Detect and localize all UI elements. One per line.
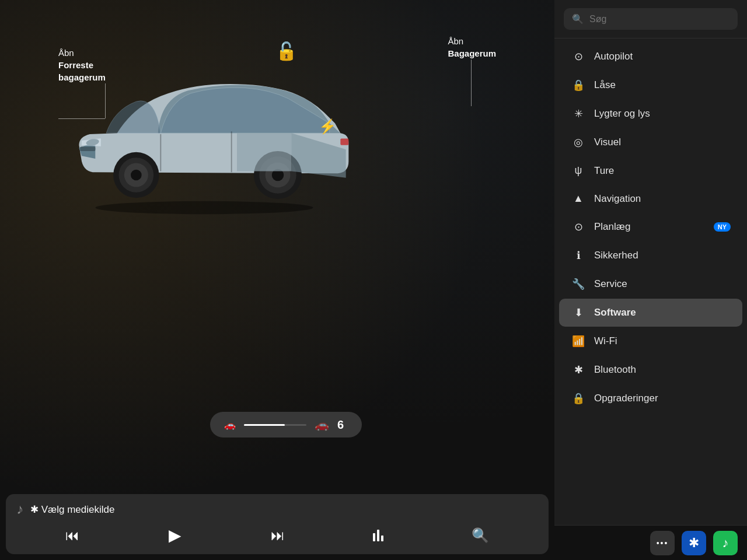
- search-icon: 🔍: [572, 13, 584, 24]
- media-controls: ⏮ ▶ ⏭ 🔍: [16, 523, 538, 547]
- lock-open-icon: 🔓: [275, 41, 297, 61]
- sidebar-item-sikkerhed[interactable]: ℹSikkerhed: [559, 242, 742, 270]
- service-icon: 🔧: [571, 278, 586, 290]
- svg-point-0: [95, 201, 313, 214]
- sidebar-item-label-bluetooth: Bluetooth: [594, 364, 731, 376]
- svg-point-4: [131, 170, 142, 181]
- sidebar-item-label-planlaeg: Planlæg: [594, 221, 702, 233]
- play-button[interactable]: ▶: [162, 523, 189, 547]
- search-input[interactable]: [589, 14, 729, 24]
- sidebar-item-service[interactable]: 🔧Service: [559, 270, 742, 298]
- badge-planlaeg: NY: [714, 222, 731, 232]
- search-media-button[interactable]: 🔍: [465, 525, 496, 546]
- sidebar-item-label-opgraderinger: Opgraderinger: [594, 393, 731, 404]
- music-note-icon: ♪: [16, 501, 23, 517]
- sikkerhed-icon: ℹ: [571, 249, 586, 262]
- sidebar-item-label-software: Software: [594, 307, 731, 318]
- car-panel: Åbn Forreste bagagerum 🔓 Åbn Bagagerum: [0, 0, 554, 560]
- ture-icon: ψ: [571, 164, 586, 177]
- sidebar-item-autopilot[interactable]: ⊙Autopilot: [559, 43, 742, 71]
- lygter-icon: ✳: [571, 107, 586, 120]
- seat-icon-large: 🚗: [315, 418, 329, 432]
- sidebar-item-label-wifi: Wi-Fi: [594, 335, 731, 347]
- svg-rect-9: [80, 146, 95, 150]
- front-trunk-connector-v: [105, 83, 106, 118]
- media-source-row: ♪ ✱ Vælg mediekilde: [16, 501, 538, 517]
- taskbar-spotify-button[interactable]: ♪: [713, 531, 738, 555]
- front-trunk-connector-h: [58, 118, 105, 119]
- taskbar-dots-button[interactable]: •••: [650, 531, 675, 555]
- visuel-icon: ◎: [571, 136, 586, 149]
- sidebar-item-wifi[interactable]: 📶Wi-Fi: [559, 327, 742, 355]
- svg-text:⚡: ⚡: [319, 118, 337, 135]
- rear-trunk-connector-v: [471, 60, 472, 106]
- software-icon: ⬇: [571, 306, 586, 319]
- sidebar-item-lygter[interactable]: ✳Lygter og lys: [559, 100, 742, 128]
- sidebar-item-software[interactable]: ⬇Software: [559, 299, 742, 327]
- prev-button[interactable]: ⏮: [58, 525, 86, 546]
- laase-icon: 🔒: [571, 79, 586, 92]
- media-source-label[interactable]: ✱ Vælg mediekilde: [30, 503, 114, 516]
- media-bar: ♪ ✱ Vælg mediekilde ⏮ ▶ ⏭ 🔍: [6, 494, 549, 554]
- search-bar: 🔍: [554, 0, 747, 38]
- equalizer-icon[interactable]: [367, 530, 389, 541]
- search-input-wrapper: 🔍: [564, 8, 738, 30]
- autopilot-icon: ⊙: [571, 50, 586, 63]
- slider-track[interactable]: [244, 424, 306, 426]
- sidebar-item-laase[interactable]: 🔒Låse: [559, 71, 742, 99]
- slider-value: 6: [337, 418, 348, 432]
- rear-trunk-label[interactable]: Åbn Bagagerum: [448, 35, 496, 60]
- next-button[interactable]: ⏭: [264, 525, 292, 546]
- navigation-icon: ▲: [571, 192, 586, 205]
- taskbar: ••• ✱ ♪: [554, 525, 747, 560]
- sidebar-item-label-sikkerhed: Sikkerhed: [594, 250, 731, 261]
- sidebar-item-label-visuel: Visuel: [594, 136, 731, 148]
- opgraderinger-icon: 🔒: [571, 392, 586, 405]
- sidebar-item-visuel[interactable]: ◎Visuel: [559, 128, 742, 156]
- sidebar-item-navigation[interactable]: ▲Navigation: [559, 185, 742, 212]
- settings-panel: 🔍 ⊙Autopilot🔒Låse✳Lygter og lys◎VisuelψT…: [554, 0, 747, 560]
- sidebar-item-bluetooth[interactable]: ✱Bluetooth: [559, 356, 742, 384]
- sidebar-item-label-navigation: Navigation: [594, 193, 731, 205]
- settings-menu-list: ⊙Autopilot🔒Låse✳Lygter og lys◎VisuelψTur…: [554, 38, 747, 560]
- planlaeg-icon: ⊙: [571, 220, 586, 233]
- sidebar-item-opgraderinger[interactable]: 🔒Opgraderinger: [559, 384, 742, 412]
- sidebar-item-planlaeg[interactable]: ⊙PlanlægNY: [559, 213, 742, 241]
- slider-fill: [244, 424, 285, 426]
- bluetooth-icon: ✱: [571, 363, 586, 376]
- seat-icon-small: 🚗: [224, 419, 236, 430]
- sidebar-item-label-autopilot: Autopilot: [594, 51, 731, 62]
- front-trunk-label[interactable]: Åbn Forreste bagagerum: [58, 47, 106, 83]
- wifi-icon: 📶: [571, 335, 586, 348]
- sidebar-item-label-ture: Ture: [594, 165, 731, 177]
- sidebar-item-ture[interactable]: ψTure: [559, 157, 742, 184]
- sidebar-item-label-laase: Låse: [594, 79, 731, 91]
- sidebar-item-label-lygter: Lygter og lys: [594, 108, 731, 120]
- car-visualization: Åbn Forreste bagagerum 🔓 Åbn Bagagerum: [29, 29, 543, 443]
- svg-rect-10: [340, 138, 348, 145]
- taskbar-bluetooth-button[interactable]: ✱: [682, 531, 706, 555]
- seat-slider[interactable]: 🚗 🚗 6: [210, 412, 362, 438]
- sidebar-item-label-service: Service: [594, 278, 731, 290]
